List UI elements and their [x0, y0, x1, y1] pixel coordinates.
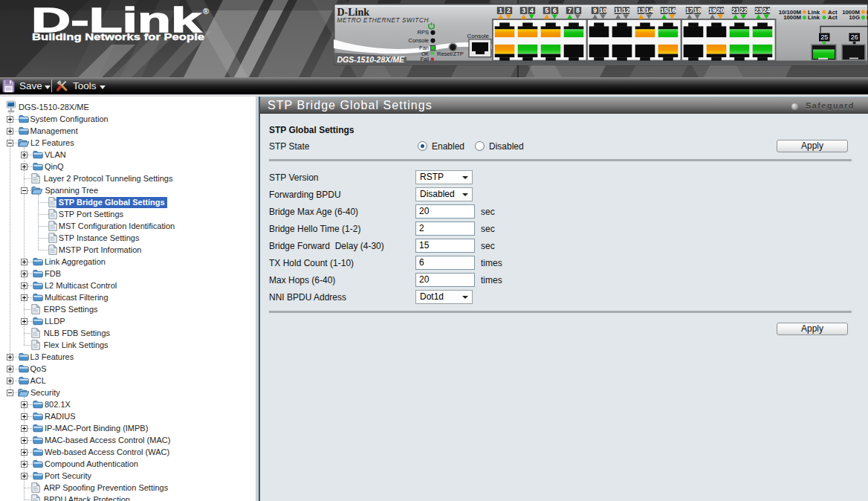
svg-text:5: 5: [545, 7, 548, 14]
svg-text:24: 24: [763, 7, 771, 14]
svg-text:Reset/ZTP: Reset/ZTP: [437, 51, 464, 57]
svg-text:25: 25: [820, 33, 828, 41]
svg-text:Fail: Fail: [421, 56, 430, 62]
svg-text:7: 7: [568, 7, 571, 14]
svg-text:OK: OK: [421, 51, 429, 56]
svg-text:17: 17: [686, 7, 693, 14]
svg-text:22: 22: [740, 7, 748, 14]
svg-text:23: 23: [755, 7, 762, 14]
svg-text:1000M: 1000M: [783, 14, 801, 21]
svg-text:10G: 10G: [849, 14, 860, 21]
svg-text:1: 1: [499, 7, 502, 14]
svg-text:26: 26: [851, 33, 858, 41]
svg-text:DGS-1510-28X/ME: DGS-1510-28X/ME: [337, 55, 405, 64]
svg-text:Console: Console: [467, 33, 490, 39]
svg-text:Console: Console: [408, 37, 429, 44]
svg-text:19: 19: [709, 7, 716, 14]
svg-text:14: 14: [646, 7, 653, 14]
svg-text:4: 4: [530, 7, 534, 14]
svg-text:METRO ETHERNET SWITCH: METRO ETHERNET SWITCH: [337, 16, 430, 24]
svg-text:3: 3: [522, 7, 525, 14]
svg-text:18: 18: [694, 7, 702, 14]
svg-text:Act: Act: [828, 14, 838, 21]
svg-text:15: 15: [661, 7, 668, 14]
svg-text:10: 10: [600, 7, 607, 14]
svg-text:20: 20: [717, 7, 725, 14]
svg-text:Link: Link: [808, 14, 820, 21]
svg-text:2: 2: [507, 7, 511, 14]
svg-text:11: 11: [615, 7, 621, 14]
svg-text:9: 9: [593, 7, 597, 14]
svg-text:6: 6: [553, 7, 557, 14]
svg-text:13: 13: [638, 7, 645, 14]
svg-text:21: 21: [732, 7, 739, 14]
svg-text:12: 12: [623, 7, 630, 14]
svg-text:RPS: RPS: [418, 29, 429, 36]
svg-text:8: 8: [576, 7, 580, 14]
svg-text:16: 16: [669, 7, 676, 14]
